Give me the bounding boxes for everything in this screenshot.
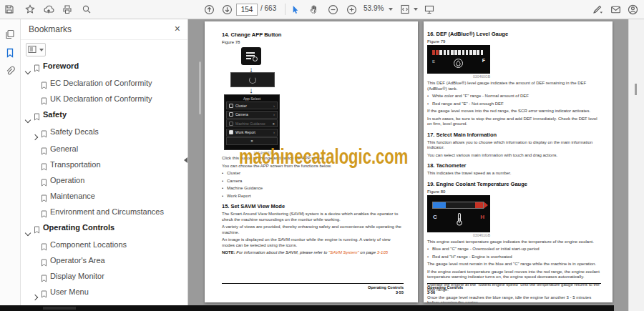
account-icon[interactable]	[626, 3, 639, 16]
print-icon[interactable]	[61, 3, 74, 16]
bookmark-item-component-locations[interactable]: Component Locations	[21, 238, 181, 254]
paragraph: In such cases, be sure to stop the engin…	[427, 117, 601, 127]
zoom-out-icon[interactable]	[326, 3, 339, 16]
figure-78-caption: 10G4HGT08	[253, 151, 273, 155]
save-icon[interactable]	[3, 3, 16, 16]
mail-icon[interactable]	[609, 3, 622, 16]
down-arrow-icon: ↓	[245, 87, 257, 94]
zoom-caret-icon[interactable]	[389, 8, 393, 11]
pdf-reader-window: 154 / 663 53.9%	[0, 0, 644, 311]
attachments-icon[interactable]	[0, 62, 20, 81]
bookmark-item-uk-declaration[interactable]: UK Declaration of Conformity	[21, 92, 181, 108]
bullet-item: •Blue and "C" range - Overcooled or init…	[427, 247, 601, 252]
zoom-level-label[interactable]: 53.9%	[364, 4, 384, 12]
bookmarks-options-button[interactable]	[26, 43, 46, 56]
scrollbar-thumb[interactable]	[635, 84, 637, 95]
select-cursor-icon[interactable]	[288, 3, 301, 16]
paragraph: This indicates the travel speed as a num…	[427, 171, 601, 177]
page-reference-link[interactable]: 3-105	[377, 250, 388, 255]
bookmark-label[interactable]: Maintenance	[50, 192, 95, 201]
chevron-right-icon[interactable]	[32, 129, 39, 142]
bookmark-item-ec-declaration[interactable]: EC Declaration of Conformity	[21, 76, 181, 92]
figure-80-image: C H	[427, 195, 490, 232]
bullet-marker: •	[222, 179, 227, 184]
bookmark-item-transportation[interactable]: Transportation	[21, 158, 181, 174]
section-heading-18: 18. Tachometer	[427, 162, 601, 169]
page-number-input[interactable]: 154	[236, 4, 258, 16]
bookmark-item-operators-area[interactable]: Operator's Area	[21, 254, 181, 270]
page-up-icon[interactable]	[203, 3, 215, 16]
bookmark-icon	[41, 241, 47, 254]
bookmark-label[interactable]: Component Locations	[50, 240, 127, 250]
app-select-title: App Select	[226, 96, 278, 102]
chevron-right-icon[interactable]	[32, 290, 39, 302]
bookmark-item-foreword[interactable]: Foreword	[21, 59, 181, 76]
bookmark-item-environment[interactable]: Environment and Circumstances	[21, 205, 181, 221]
fit-page-icon[interactable]	[399, 3, 411, 16]
vertical-scrollbar[interactable]	[628, 19, 644, 311]
bookmark-label[interactable]: Operation	[50, 176, 84, 185]
bullet-item: •Cluster	[222, 171, 404, 177]
search-icon[interactable]	[80, 3, 93, 16]
share-upload-icon[interactable]	[42, 3, 55, 16]
bookmark-label[interactable]: Operating Controls	[43, 223, 114, 232]
bookmark-label[interactable]: Safety Decals	[50, 127, 99, 137]
bookmark-item-display-monitor[interactable]: Display Monitor	[21, 270, 181, 285]
bookmark-label[interactable]: Safety	[43, 110, 67, 119]
coolant-gauge-h-label: H	[480, 214, 484, 220]
app-select-row-camera: Camera›	[226, 111, 278, 119]
bookmark-label[interactable]: Operator's Area	[50, 256, 105, 265]
bookmark-icon	[41, 272, 47, 285]
savm-system-link[interactable]: "SAVM System"	[328, 250, 359, 255]
def-gauge-f-label: F	[482, 58, 485, 63]
section-heading-14: 14. Change APP Button	[222, 31, 404, 38]
bookmark-label[interactable]: Display Monitor	[50, 272, 104, 281]
document-page-right: 16. DEF (AdBlue®) Level Gauge Figure 79 …	[424, 21, 613, 302]
bookmark-item-safety[interactable]: Safety	[21, 108, 181, 125]
paragraph: An image is displayed on the SAVM monito…	[222, 237, 404, 248]
close-icon[interactable]: ×	[175, 23, 180, 34]
hand-tool-icon[interactable]	[308, 3, 321, 16]
bookmark-label[interactable]: UK Declaration of Conformity	[50, 94, 152, 104]
collapse-panel-icon[interactable]	[184, 157, 187, 163]
bookmark-item-operation[interactable]: Operation	[21, 174, 181, 189]
bookmarks-icon[interactable]	[0, 44, 20, 62]
bookmark-icon	[41, 145, 47, 158]
bookmark-label[interactable]: Environment and Circumstances	[50, 207, 164, 217]
bookmarks-scrollbar[interactable]	[199, 61, 201, 114]
star-icon[interactable]	[24, 3, 36, 16]
figure-79-caption: 030460GB	[427, 74, 490, 79]
bookmark-item-operating-controls[interactable]: Operating Controls	[21, 221, 181, 238]
bookmark-icon	[41, 288, 47, 301]
fit-page-caret-icon[interactable]	[414, 8, 418, 11]
figure-80-label: Figure 80	[427, 189, 601, 194]
bookmark-label[interactable]: User Menu	[50, 287, 89, 297]
paragraph: This engine coolant temperature gauge in…	[427, 240, 601, 245]
chevron-down-icon[interactable]	[25, 225, 32, 238]
bookmark-item-maintenance[interactable]: Maintenance	[21, 189, 181, 205]
bookmark-item-user-menu[interactable]: User Menu	[21, 285, 181, 302]
bookmark-label[interactable]: Transportation	[50, 160, 101, 169]
thermometer-icon	[454, 212, 464, 229]
display-mode-icon[interactable]	[423, 3, 436, 16]
page-thumbnails-icon[interactable]	[0, 25, 20, 44]
zoom-in-icon[interactable]	[345, 3, 358, 16]
bottom-bar	[0, 305, 614, 311]
bookmark-item-safety-decals[interactable]: Safety Decals	[21, 125, 181, 142]
bookmark-label[interactable]: EC Declaration of Conformity	[50, 79, 152, 88]
chevron-down-icon[interactable]	[25, 112, 32, 125]
def-gauge-e-label: E	[432, 59, 435, 64]
bookmark-label[interactable]: General	[50, 144, 78, 154]
bookmark-label[interactable]: Foreword	[43, 61, 79, 71]
section-heading-19: 19. Engine Coolant Temperature Gauge	[427, 181, 601, 187]
sign-pen-icon[interactable]	[591, 3, 604, 16]
page-footer: Operating Controls 3-56	[427, 283, 601, 295]
page-down-icon[interactable]	[220, 3, 233, 16]
paragraph: If the gauge level moves into the red ra…	[427, 109, 601, 114]
bullet-item: •Machine Guidance	[222, 186, 404, 192]
paragraph: You can select various main information …	[427, 153, 601, 159]
bullet-marker: •	[222, 171, 227, 177]
bookmark-item-general[interactable]: General	[21, 142, 181, 158]
bookmark-icon	[41, 192, 47, 205]
chevron-down-icon[interactable]	[25, 64, 32, 76]
